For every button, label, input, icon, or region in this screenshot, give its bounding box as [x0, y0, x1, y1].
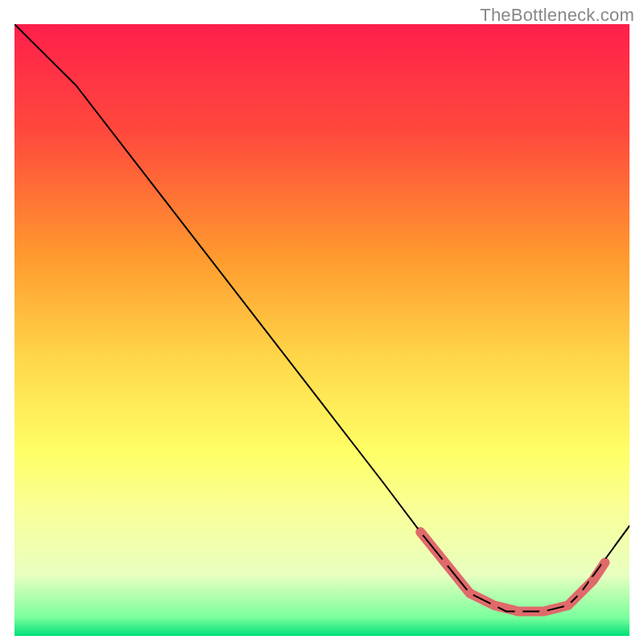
watermark-text: TheBottleneck.com: [480, 5, 634, 26]
marker-dot: [490, 601, 498, 609]
marker-dot: [564, 601, 572, 609]
bottleneck-chart: [14, 24, 630, 636]
marker-dot: [601, 559, 609, 567]
chart-frame: TheBottleneck.com: [0, 0, 644, 644]
chart-background: [14, 24, 630, 636]
marker-dot: [539, 608, 547, 616]
marker-dot: [441, 559, 449, 567]
marker-dot: [465, 589, 473, 597]
marker-dot: [416, 528, 424, 536]
marker-dot: [576, 589, 584, 597]
marker-dot: [515, 608, 523, 616]
marker-dot: [588, 577, 597, 585]
